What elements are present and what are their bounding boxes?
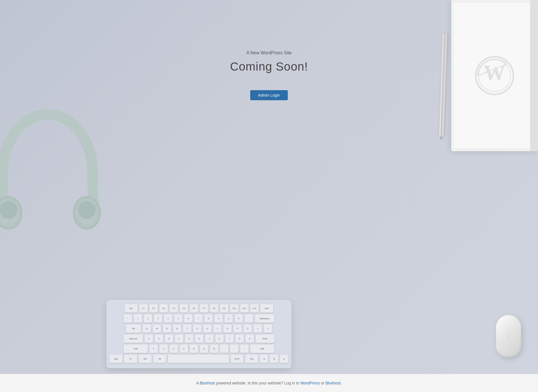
- footer: A Bluehost powered website. Is this your…: [0, 374, 538, 392]
- bluehost-link-1[interactable]: Bluehost: [200, 381, 215, 385]
- wordpress-logo-icon: W: [475, 56, 514, 95]
- main-area: W Esc F1 F2 F3 F4 F5 F6 F7 F8: [0, 0, 538, 374]
- admin-login-button[interactable]: Admin Login: [250, 90, 288, 100]
- footer-or: or: [320, 381, 325, 385]
- footer-middle: powered website. Is this your website? L…: [215, 381, 300, 385]
- svg-point-0: [476, 57, 513, 94]
- pen-decoration: [439, 34, 447, 137]
- mouse-decoration: [496, 315, 521, 357]
- coming-soon-heading: Coming Soon!: [230, 60, 308, 73]
- keyboard-decoration: Esc F1 F2 F3 F4 F5 F6 F7 F8 F9 F10 F11 F…: [106, 300, 291, 368]
- bluehost-link-2[interactable]: Bluehost: [325, 381, 340, 385]
- notebook-decoration: W: [451, 0, 538, 151]
- headphones-decoration: [0, 104, 109, 244]
- content-area: A New WordPress Site Coming Soon! Admin …: [230, 0, 308, 100]
- site-tagline: A New WordPress Site: [246, 50, 292, 55]
- footer-prefix: A: [196, 381, 200, 385]
- footer-suffix: .: [341, 381, 342, 385]
- svg-text:W: W: [484, 61, 505, 85]
- svg-point-1: [479, 60, 511, 92]
- wordpress-link[interactable]: WordPress: [300, 381, 320, 385]
- footer-text: A Bluehost powered website. Is this your…: [0, 381, 538, 385]
